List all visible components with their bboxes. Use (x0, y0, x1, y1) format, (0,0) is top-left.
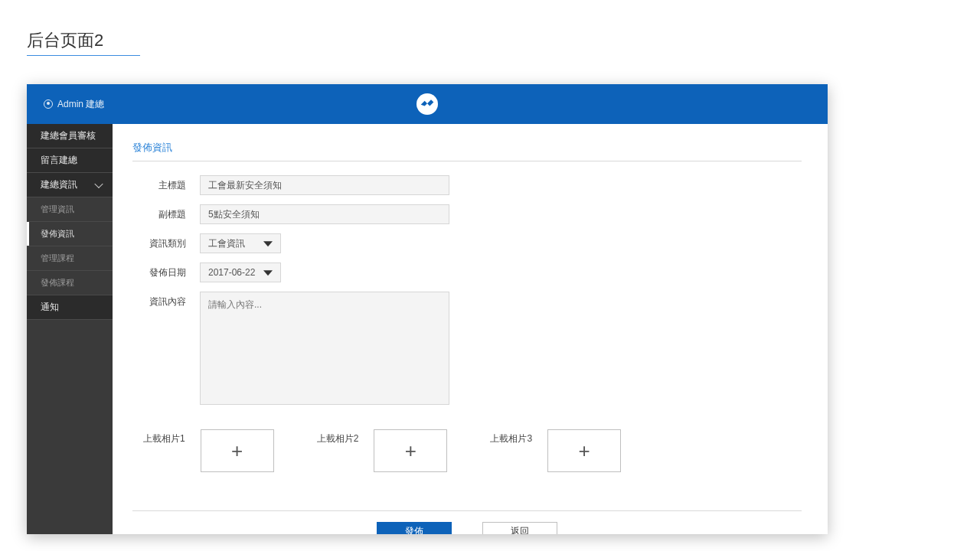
logo-icon (416, 93, 438, 115)
form-row-body: 資訊內容 (132, 292, 802, 405)
date-select[interactable]: 2017-06-22 (200, 262, 281, 282)
plus-icon: + (231, 439, 243, 463)
main-title-input[interactable] (200, 175, 449, 195)
upload-group-3: 上載相片3 + (490, 429, 621, 472)
subtitle-input[interactable] (200, 204, 449, 224)
upload-label-3: 上載相片3 (490, 429, 532, 445)
category-select[interactable]: 工會資訊 (200, 233, 281, 253)
admin-block[interactable]: Admin 建總 (44, 84, 104, 124)
upload-label-2: 上載相片2 (317, 429, 359, 445)
sidebar-item-manage-course[interactable]: 管理課程 (27, 246, 113, 271)
back-button[interactable]: 返回 (482, 522, 557, 534)
subtitle-label: 副標題 (132, 204, 200, 221)
form-row-category: 資訊類別 工會資訊 (132, 233, 802, 253)
sidebar-item-publish-info[interactable]: 發佈資訊 (27, 222, 113, 246)
sidebar-item-notify[interactable]: 通知 (27, 295, 113, 320)
category-value: 工會資訊 (208, 237, 245, 250)
date-label: 發佈日期 (132, 262, 200, 279)
content-area: 發佈資訊 主標題 副標題 資訊類別 工會資訊 發佈日期 2017-06-22 (113, 124, 828, 534)
upload-group-1: 上載相片1 + (143, 429, 274, 472)
sidebar-item-publish-course[interactable]: 發佈課程 (27, 271, 113, 295)
body-area: 建總會員審核 留言建總 建總資訊 管理資訊 發佈資訊 管理課程 發佈課程 通知 … (27, 124, 828, 534)
form-row-subtitle: 副標題 (132, 204, 802, 224)
plus-icon: + (405, 439, 416, 463)
upload-label-1: 上載相片1 (143, 429, 185, 445)
publish-button[interactable]: 發佈 (377, 522, 452, 534)
button-bar: 發佈 返回 (132, 510, 802, 534)
main-title-label: 主標題 (132, 175, 200, 192)
upload-section: 上載相片1 + 上載相片2 + 上載相片3 + (143, 429, 802, 472)
admin-label: Admin 建總 (57, 98, 104, 111)
upload-group-2: 上載相片2 + (317, 429, 448, 472)
upload-box-3[interactable]: + (547, 429, 621, 472)
topbar: Admin 建總 (27, 84, 828, 124)
body-label: 資訊內容 (132, 292, 200, 308)
sidebar-item-label: 建總資訊 (41, 178, 77, 191)
upload-box-2[interactable]: + (374, 429, 447, 472)
category-label: 資訊類別 (132, 233, 200, 250)
sidebar-item-info[interactable]: 建總資訊 (27, 173, 113, 197)
sidebar-item-member-review[interactable]: 建總會員審核 (27, 124, 113, 148)
section-title: 發佈資訊 (132, 141, 802, 161)
form-row-main-title: 主標題 (132, 175, 802, 195)
plus-icon: + (578, 439, 590, 463)
form-row-date: 發佈日期 2017-06-22 (132, 262, 802, 282)
sidebar-item-manage-info[interactable]: 管理資訊 (27, 197, 113, 222)
body-textarea[interactable] (200, 292, 449, 405)
upload-box-1[interactable]: + (201, 429, 274, 472)
sidebar-item-messages[interactable]: 留言建總 (27, 148, 113, 173)
date-value: 2017-06-22 (208, 267, 255, 278)
app-window: Admin 建總 建總會員審核 留言建總 建總資訊 管理資訊 發佈資訊 管理課程… (27, 84, 828, 534)
page-title-underline (27, 55, 140, 56)
sidebar: 建總會員審核 留言建總 建總資訊 管理資訊 發佈資訊 管理課程 發佈課程 通知 (27, 124, 113, 534)
user-icon (44, 99, 53, 109)
